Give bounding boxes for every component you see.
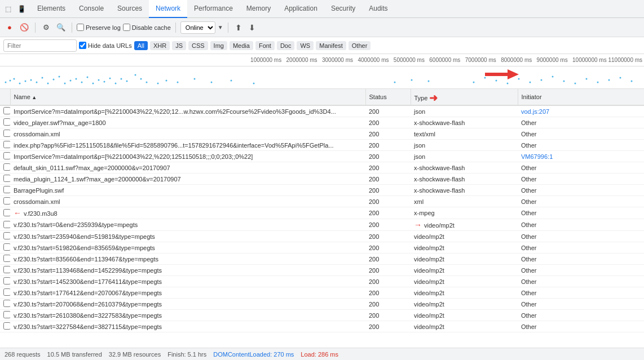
timeline-label-4: 4000000 ms: [358, 57, 393, 63]
row-checkbox[interactable]: [3, 130, 10, 137]
row-checkbox[interactable]: [3, 186, 10, 193]
table-row[interactable]: v.f230.ts?start=1139468&end=1452299&type…: [0, 265, 644, 276]
table-row[interactable]: index.php?app%5Fid=1251150518&file%5Fid=…: [0, 140, 644, 151]
tab-audits[interactable]: Audits: [362, 0, 394, 18]
tab-performance[interactable]: Performance: [187, 0, 240, 18]
table-body: ImportService?m=dataImport&p=[%22100043%…: [0, 105, 644, 332]
record-button[interactable]: ●: [3, 21, 16, 34]
filter-button[interactable]: ⚙: [40, 21, 52, 34]
disable-cache-checkbox[interactable]: Disable cache: [123, 24, 171, 31]
row-checkbox[interactable]: [3, 141, 10, 148]
filter-tag-all[interactable]: All: [134, 41, 148, 50]
table-row[interactable]: v.f230.ts?start=3227584&end=3827115&type…: [0, 321, 644, 332]
table-row[interactable]: v.f230.ts?start=1776412&end=2070067&type…: [0, 287, 644, 299]
cell-initiator: Other: [518, 162, 644, 174]
filter-tag-font[interactable]: Font: [255, 41, 275, 50]
filter-tag-js[interactable]: JS: [172, 41, 186, 50]
table-row[interactable]: v.f230.ts?start=835660&end=1139467&type=…: [0, 254, 644, 265]
import-button[interactable]: ⬆: [233, 22, 244, 33]
th-initiator[interactable]: Initiator: [518, 89, 644, 105]
filter-tag-manifest[interactable]: Manifest: [316, 41, 346, 50]
preserve-log-checkbox[interactable]: Preserve log: [77, 24, 121, 31]
search-button[interactable]: 🔍: [55, 21, 67, 34]
initiator-link[interactable]: vod.js:207: [521, 108, 549, 115]
row-checkbox[interactable]: [3, 175, 10, 182]
tab-memory[interactable]: Memory: [240, 0, 277, 18]
row-checkbox[interactable]: [3, 266, 10, 273]
table-row[interactable]: ←v.f230.m3u8200x-mpegOther: [0, 207, 644, 219]
table-row[interactable]: video_player.swf?max_age=1800200x-shockw…: [0, 117, 644, 128]
th-status[interactable]: Status: [365, 89, 411, 105]
cell-status: 200: [365, 254, 411, 265]
table-row[interactable]: crossdomain.xml200xmlOther: [0, 196, 644, 207]
svg-point-24: [140, 78, 142, 80]
row-checkbox[interactable]: [3, 232, 10, 239]
svg-point-32: [253, 83, 255, 85]
tab-console[interactable]: Console: [72, 0, 111, 18]
row-checkbox[interactable]: [3, 197, 10, 205]
sparkline-svg: [0, 66, 644, 89]
table-row[interactable]: default_skin_0111.swf?max_age=2000000&v=…: [0, 162, 644, 174]
filter-tag-other[interactable]: Other: [349, 41, 371, 50]
tab-elements[interactable]: Elements: [30, 0, 72, 18]
network-toolbar: ● 🚫 ⚙ 🔍 Preserve log Disable cache Onlin…: [0, 18, 644, 37]
cell-type: video/mp2t: [411, 254, 518, 265]
mobile-icon[interactable]: 📱: [16, 3, 27, 15]
filter-input[interactable]: [3, 39, 77, 52]
preserve-log-input[interactable]: [77, 24, 84, 31]
table-row[interactable]: v.f230.ts?start=235940&end=519819&type=m…: [0, 231, 644, 242]
table-row[interactable]: v.f230.ts?start=1452300&end=1776411&type…: [0, 276, 644, 287]
filter-tag-img[interactable]: Img: [210, 41, 227, 50]
row-checkbox[interactable]: [3, 243, 10, 251]
row-checkbox[interactable]: [3, 255, 10, 262]
tab-sources[interactable]: Sources: [111, 0, 149, 18]
cell-name: index.php?app%5Fid=1251150518&file%5Fid=…: [10, 140, 365, 151]
hide-data-urls-input[interactable]: [79, 42, 86, 49]
row-checkbox[interactable]: [3, 163, 10, 171]
row-checkbox[interactable]: [3, 277, 10, 285]
tab-security[interactable]: Security: [324, 0, 362, 18]
filter-tag-media[interactable]: Media: [230, 41, 253, 50]
initiator-link[interactable]: VM67996:1: [521, 153, 553, 160]
table-row[interactable]: v.f230.ts?start=2070068&end=2610379&type…: [0, 299, 644, 310]
table-row[interactable]: v.f230.ts?start=0&end=235939&type=mpegts…: [0, 219, 644, 231]
cell-initiator: Other: [518, 254, 644, 265]
table-row[interactable]: crossdomain.xml200text/xmlOther: [0, 128, 644, 140]
tab-application[interactable]: Application: [277, 0, 324, 18]
table-row[interactable]: BarragePlugin.swf200x-shockwave-flashOth…: [0, 185, 644, 196]
row-checkbox[interactable]: [3, 322, 10, 330]
row-checkbox[interactable]: [3, 107, 10, 114]
table-row[interactable]: v.f230.ts?start=519820&end=835659&type=m…: [0, 242, 644, 254]
filter-tag-ws[interactable]: WS: [297, 41, 314, 50]
disable-cache-input[interactable]: [123, 24, 130, 31]
row-checkbox[interactable]: [3, 221, 10, 228]
filter-tag-css[interactable]: CSS: [188, 41, 208, 50]
row-checkbox[interactable]: [3, 311, 10, 318]
row-checkbox[interactable]: [3, 300, 10, 307]
table-row[interactable]: v.f230.ts?start=2610380&end=3227583&type…: [0, 310, 644, 321]
row-checkbox[interactable]: [3, 288, 10, 296]
row-checkbox[interactable]: [3, 209, 10, 216]
inspect-icon[interactable]: ⬚: [2, 3, 14, 15]
export-button[interactable]: ⬇: [246, 22, 258, 33]
clear-button[interactable]: 🚫: [18, 21, 30, 34]
table-row[interactable]: media_plugin_1124_1.swf?max_age=2000000&…: [0, 174, 644, 185]
th-name[interactable]: Name: [10, 89, 365, 105]
tab-network[interactable]: Network: [149, 0, 187, 18]
hide-data-urls-checkbox[interactable]: Hide data URLs: [79, 42, 132, 49]
timeline-label-9: 9000000 ms: [537, 57, 572, 63]
table-row[interactable]: ImportService?m=dataImport&p=[%22100043%…: [0, 151, 644, 162]
cell-initiator: Other: [518, 196, 644, 207]
svg-point-36: [473, 82, 475, 83]
filter-tag-doc[interactable]: Doc: [277, 41, 295, 50]
th-type[interactable]: Type ➜: [411, 89, 518, 105]
svg-point-4: [25, 81, 27, 82]
throttle-select[interactable]: Online: [180, 21, 215, 34]
row-checkbox[interactable]: [3, 118, 10, 126]
filter-tag-xhr[interactable]: XHR: [150, 41, 170, 50]
row-checkbox[interactable]: [3, 152, 10, 159]
svg-point-29: [194, 78, 196, 80]
cell-type: video/mp2t: [411, 310, 518, 321]
cell-initiator: Other: [518, 140, 644, 151]
table-row[interactable]: ImportService?m=dataImport&p=[%22100043%…: [0, 105, 644, 117]
